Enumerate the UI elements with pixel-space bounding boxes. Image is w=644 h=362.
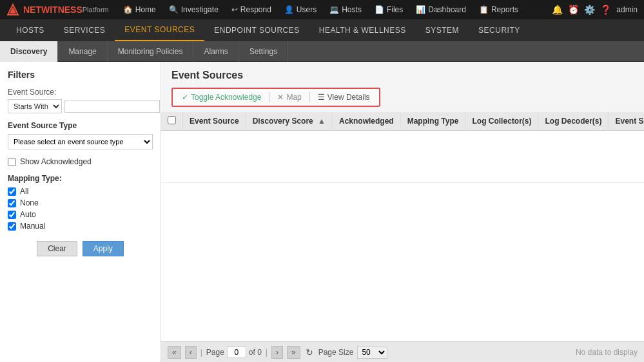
event-source-type-select[interactable]: Please select an event source type xyxy=(8,134,153,149)
brand-name: NETWITNESS xyxy=(23,5,83,15)
tab-alarms[interactable]: Alarms xyxy=(193,41,239,62)
secondary-navigation: HOSTS SERVICES EVENT SOURCES ENDPOINT SO… xyxy=(0,19,644,41)
page-label: Page xyxy=(206,348,224,357)
mapping-auto-label[interactable]: Auto xyxy=(8,210,153,219)
bell-icon[interactable]: 🔔 xyxy=(552,5,563,15)
page-sep-left: | xyxy=(200,348,202,357)
no-data-message xyxy=(161,131,644,183)
col-checkbox xyxy=(161,112,183,131)
mapping-type-label: Mapping Type: xyxy=(8,174,153,183)
next-page-button[interactable]: › xyxy=(271,346,283,359)
mapping-auto-checkbox[interactable] xyxy=(8,211,16,219)
mapping-all-label[interactable]: All xyxy=(8,187,153,196)
nav-hosts[interactable]: 💻 Hosts xyxy=(323,0,368,19)
page-size-label: Page Size xyxy=(318,348,354,357)
secondary-nav-system[interactable]: SYSTEM xyxy=(416,19,469,41)
secondary-nav-health-wellness[interactable]: HEALTH & WELLNESS xyxy=(309,19,416,41)
pagination-bar: « ‹ | Page of 0 | › » ↻ Page Size 50 25 … xyxy=(161,341,644,362)
map-icon: ✕ xyxy=(277,93,284,102)
platform-label: Platform xyxy=(83,6,109,14)
col-mapping-type[interactable]: Mapping Type xyxy=(400,112,465,131)
admin-menu[interactable]: admin xyxy=(616,5,638,14)
event-source-input[interactable] xyxy=(64,100,160,113)
first-page-button[interactable]: « xyxy=(168,346,181,359)
show-acknowledged-label[interactable]: Show Acknowledged xyxy=(8,157,153,166)
toggle-icon: ✓ xyxy=(182,93,188,102)
col-event-source-type[interactable]: Event Sour... xyxy=(609,112,644,131)
main-content: Event Sources ✓ Toggle Acknowledge ✕ Map… xyxy=(161,62,644,362)
secondary-nav-security[interactable]: SECURITY xyxy=(469,19,530,41)
starts-with-select[interactable]: Starts With xyxy=(8,99,62,113)
toolbar: ✓ Toggle Acknowledge ✕ Map ☰ View Detail… xyxy=(171,88,380,107)
event-source-type-filter: Event Source Type Please select an event… xyxy=(8,121,153,149)
nav-respond[interactable]: ↩ Respond xyxy=(225,0,278,19)
table-body xyxy=(161,131,644,183)
mapping-none-label[interactable]: None xyxy=(8,198,153,207)
page-size-select[interactable]: 50 25 100 xyxy=(357,346,387,359)
nav-home[interactable]: 🏠 Home xyxy=(117,0,162,19)
mapping-manual-label[interactable]: Manual xyxy=(8,222,153,231)
content-header: Event Sources ✓ Toggle Acknowledge ✕ Map… xyxy=(161,62,644,112)
nav-reports[interactable]: 📋 Reports xyxy=(473,0,525,19)
tab-settings[interactable]: Settings xyxy=(239,41,288,62)
top-nav-right: 🔔 ⏰ ⚙️ ❓ admin xyxy=(552,5,638,15)
page-number-input[interactable] xyxy=(227,347,246,358)
settings-icon[interactable]: ⚙️ xyxy=(584,5,595,15)
toolbar-divider-1 xyxy=(269,92,269,102)
table-header: Event Source Discovery Score ▲ Acknowled… xyxy=(161,112,644,131)
col-log-collectors[interactable]: Log Collector(s) xyxy=(465,112,538,131)
tab-manage[interactable]: Manage xyxy=(58,41,107,62)
event-source-label: Event Source: xyxy=(8,88,153,97)
tab-discovery[interactable]: Discovery xyxy=(0,41,58,62)
clear-button[interactable]: Clear xyxy=(37,241,77,256)
secondary-nav-services[interactable]: SERVICES xyxy=(54,19,115,41)
nw-logo-icon xyxy=(6,3,19,16)
mapping-manual-checkbox[interactable] xyxy=(8,222,16,231)
event-sources-table: Event Source Discovery Score ▲ Acknowled… xyxy=(161,112,644,183)
col-event-source[interactable]: Event Source xyxy=(183,112,246,131)
nav-files[interactable]: 📄 Files xyxy=(368,0,409,19)
show-acknowledged-checkbox[interactable] xyxy=(8,158,16,166)
toolbar-divider-2 xyxy=(309,92,310,102)
col-log-decoders[interactable]: Log Decoder(s) xyxy=(538,112,609,131)
nav-users[interactable]: 👤 Users xyxy=(278,0,323,19)
nav-investigate[interactable]: 🔍 Investigate xyxy=(162,0,225,19)
mapping-none-checkbox[interactable] xyxy=(8,199,16,207)
no-data-right-label: No data to display xyxy=(576,348,638,357)
page-title: Event Sources xyxy=(171,70,634,81)
alarm-icon[interactable]: ⏰ xyxy=(568,5,579,15)
event-sources-table-container: Event Source Discovery Score ▲ Acknowled… xyxy=(161,112,644,341)
toggle-acknowledge-button[interactable]: ✓ Toggle Acknowledge xyxy=(178,91,265,103)
page-sep-right: | xyxy=(266,348,268,357)
tab-navigation: Discovery Manage Monitoring Policies Ala… xyxy=(0,41,644,62)
secondary-nav-event-sources[interactable]: EVENT SOURCES xyxy=(115,19,204,41)
col-acknowledged[interactable]: Acknowledged xyxy=(333,112,401,131)
logo: NETWITNESS Platform xyxy=(6,3,109,16)
page-info: Page of 0 xyxy=(206,347,262,358)
apply-button[interactable]: Apply xyxy=(83,241,124,256)
main-layout: Filters Event Source: Starts With 🔍 Even… xyxy=(0,62,644,362)
details-icon: ☰ xyxy=(318,93,325,102)
tab-monitoring-policies[interactable]: Monitoring Policies xyxy=(108,41,194,62)
event-source-row: Starts With 🔍 xyxy=(8,99,153,113)
filter-actions: Clear Apply xyxy=(8,241,153,256)
nav-dashboard[interactable]: 📊 Dashboard xyxy=(409,0,473,19)
nav-items: 🏠 Home 🔍 Investigate ↩ Respond 👤 Users 💻… xyxy=(117,0,552,19)
of-label: of 0 xyxy=(249,348,262,357)
top-navigation: NETWITNESS Platform 🏠 Home 🔍 Investigate… xyxy=(0,0,644,19)
question-icon[interactable]: ❓ xyxy=(600,5,611,15)
map-button[interactable]: ✕ Map xyxy=(273,91,305,103)
refresh-button[interactable]: ↻ xyxy=(304,346,315,359)
col-discovery-score[interactable]: Discovery Score ▲ xyxy=(246,112,332,131)
select-all-checkbox[interactable] xyxy=(168,116,176,124)
mapping-all-checkbox[interactable] xyxy=(8,187,16,196)
last-page-button[interactable]: » xyxy=(287,346,300,359)
prev-page-button[interactable]: ‹ xyxy=(185,346,197,359)
secondary-nav-endpoint-sources[interactable]: ENDPOINT SOURCES xyxy=(204,19,309,41)
secondary-nav-hosts[interactable]: HOSTS xyxy=(6,19,54,41)
view-details-button[interactable]: ☰ View Details xyxy=(314,91,374,103)
event-source-type-label: Event Source Type xyxy=(8,121,153,130)
filters-title: Filters xyxy=(8,70,153,80)
event-source-filter: Event Source: Starts With 🔍 xyxy=(8,88,153,113)
show-acknowledged-filter: Show Acknowledged xyxy=(8,157,153,166)
